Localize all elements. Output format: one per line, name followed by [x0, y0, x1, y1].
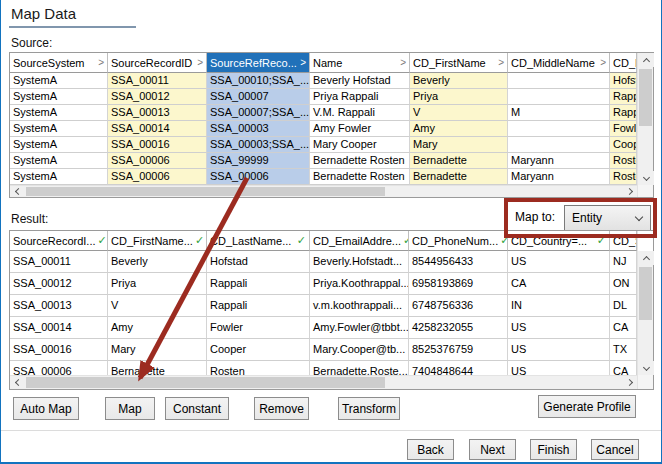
source-grid-hscrollbar[interactable]: [10, 185, 637, 197]
cell[interactable]: Bernadette: [410, 153, 508, 169]
cell[interactable]: SystemA: [10, 89, 108, 105]
column-header-cd-middlename[interactable]: CD_MiddleName>: [508, 53, 610, 73]
cell[interactable]: SystemA: [10, 169, 108, 185]
column-header-cd-lastname[interactable]: CD_LastName...✓: [207, 231, 310, 251]
cell[interactable]: SSA_00006: [108, 153, 207, 169]
cell[interactable]: US: [508, 317, 610, 339]
vscroll-thumb[interactable]: [639, 69, 652, 126]
column-header-cd-l[interactable]: CD_L: [610, 53, 637, 73]
cell[interactable]: Beverly: [108, 251, 207, 273]
column-header-sourcerefreco[interactable]: SourceRefReco...>: [207, 53, 310, 73]
cell[interactable]: SSA_00013: [108, 105, 207, 121]
scroll-left-icon[interactable]: [10, 186, 24, 197]
cell[interactable]: Rappali: [207, 295, 310, 317]
scroll-up-icon[interactable]: [638, 251, 654, 265]
cancel-button[interactable]: Cancel: [591, 439, 639, 460]
cell[interactable]: SSA_00010;SSA_...: [207, 73, 310, 89]
column-header-name[interactable]: Name>: [310, 53, 410, 73]
vscroll-track[interactable]: [638, 67, 653, 171]
cell[interactable]: v.m.koothrappali...: [310, 295, 409, 317]
cell[interactable]: SSA_00016: [108, 137, 207, 153]
cell[interactable]: SystemA: [10, 105, 108, 121]
cell[interactable]: US: [508, 361, 610, 375]
cell[interactable]: [508, 89, 610, 105]
cell[interactable]: SSA_00012: [108, 89, 207, 105]
cell[interactable]: SSA_00011: [108, 73, 207, 89]
cell[interactable]: Priya.Koothrappal...: [310, 273, 409, 295]
cell[interactable]: 8525376759: [409, 339, 508, 361]
transform-button[interactable]: Transform: [338, 397, 400, 420]
result-grid-hscrollbar[interactable]: [10, 375, 637, 389]
cell[interactable]: SSA_00013: [10, 295, 108, 317]
cell[interactable]: Mary: [108, 339, 207, 361]
column-header-sourcesystem[interactable]: SourceSystem>: [10, 53, 108, 73]
hscroll-thumb[interactable]: [26, 377, 385, 388]
cell[interactable]: Amy: [410, 121, 508, 137]
cell[interactable]: SSA_99999: [207, 153, 310, 169]
cell[interactable]: Hofstad: [207, 251, 310, 273]
cell[interactable]: IN: [508, 295, 610, 317]
hscroll-track[interactable]: [24, 186, 623, 197]
cell[interactable]: SSA_00006: [108, 169, 207, 185]
cell[interactable]: SSA_00003: [207, 121, 310, 137]
cell[interactable]: SSA_00007;SSA_...: [207, 105, 310, 121]
cell[interactable]: V: [410, 105, 508, 121]
cell[interactable]: SSA_00011: [10, 251, 108, 273]
cell[interactable]: SSA_00014: [108, 121, 207, 137]
cell[interactable]: Bernadette: [410, 169, 508, 185]
cell[interactable]: M: [508, 105, 610, 121]
cell[interactable]: Rappali: [207, 273, 310, 295]
finish-button[interactable]: Finish: [530, 439, 577, 460]
cell[interactable]: Mary.Cooper@tb...: [310, 339, 409, 361]
cell[interactable]: SSA_00006: [207, 169, 310, 185]
cell[interactable]: SSA_00007: [207, 89, 310, 105]
cell[interactable]: Priya: [410, 89, 508, 105]
cell[interactable]: Rappa: [610, 89, 637, 105]
column-header-cd-emailaddre[interactable]: CD_EmailAddre...✓: [310, 231, 409, 251]
cell[interactable]: Beverly.Hofstadt...: [310, 251, 409, 273]
cell[interactable]: Bernadette: [108, 361, 207, 375]
cell[interactable]: SystemA: [10, 137, 108, 153]
column-header-cd-firstname[interactable]: CD_FirstName>: [410, 53, 508, 73]
scroll-up-icon[interactable]: [638, 53, 654, 67]
cell[interactable]: V.M. Rappali: [310, 105, 410, 121]
hscroll-track[interactable]: [24, 376, 623, 389]
cell[interactable]: Rappa: [610, 105, 637, 121]
cell[interactable]: [508, 137, 610, 153]
cell[interactable]: Priya: [108, 273, 207, 295]
next-button[interactable]: Next: [469, 439, 516, 460]
column-header-cd-country[interactable]: CD_Country=...✓: [508, 231, 610, 251]
cell[interactable]: US: [508, 339, 610, 361]
cell[interactable]: SystemA: [10, 121, 108, 137]
cell[interactable]: Bernadette.Roste...: [310, 361, 409, 375]
cell[interactable]: Rosten: [207, 361, 310, 375]
remove-button[interactable]: Remove: [254, 397, 309, 420]
back-button[interactable]: Back: [407, 439, 454, 460]
column-header-cd-phonenum[interactable]: CD_PhoneNum...✓: [409, 231, 508, 251]
vscroll-thumb[interactable]: [639, 267, 652, 320]
cell[interactable]: ON: [610, 273, 637, 295]
cell[interactable]: Hofst: [610, 73, 637, 89]
cell[interactable]: Coope: [610, 137, 637, 153]
column-header-sourcerecordid[interactable]: SourceRecordID>: [108, 53, 207, 73]
cell[interactable]: 4258232055: [409, 317, 508, 339]
cell[interactable]: Beverly Hofstad: [310, 73, 410, 89]
cell[interactable]: Cooper: [207, 339, 310, 361]
cell[interactable]: [508, 73, 610, 89]
cell[interactable]: Maryann: [508, 169, 610, 185]
column-header-sourcerecordi[interactable]: SourceRecordI...✓: [10, 231, 108, 251]
cell[interactable]: Fowle: [610, 121, 637, 137]
cell[interactable]: US: [508, 251, 610, 273]
column-header-cd-firstname[interactable]: CD_FirstName...✓: [108, 231, 207, 251]
cell[interactable]: TX: [610, 339, 637, 361]
cell[interactable]: CA: [610, 317, 637, 339]
cell[interactable]: 7404848644: [409, 361, 508, 375]
hscroll-thumb[interactable]: [26, 187, 385, 196]
cell[interactable]: Bernadette Rosten: [310, 153, 410, 169]
cell[interactable]: SystemA: [10, 73, 108, 89]
cell[interactable]: NJ: [610, 251, 637, 273]
cell[interactable]: CA: [610, 361, 637, 375]
cell[interactable]: Bernadette Rosten: [310, 169, 410, 185]
generate-profile-button[interactable]: Generate Profile: [538, 395, 636, 418]
scroll-right-icon[interactable]: [623, 376, 637, 389]
